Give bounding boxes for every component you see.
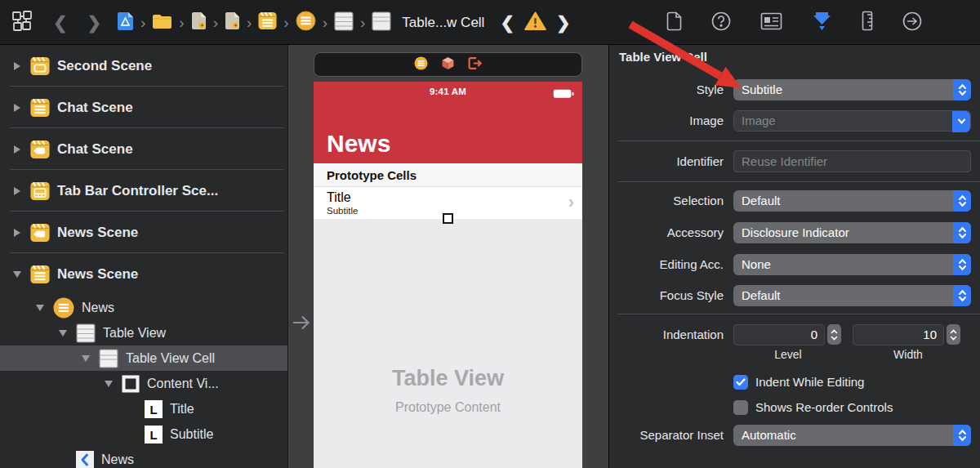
accessory-label: Accessory — [609, 225, 724, 239]
editing-accessory-row: Editing Acc. None — [609, 253, 980, 275]
disclosure-triangle-icon[interactable] — [11, 187, 23, 195]
separator-inset-row: Separator Inset Automatic — [609, 424, 980, 446]
prev-issue-chevron-icon[interactable]: ❮ — [500, 14, 514, 31]
storyboard-file-icon[interactable] — [225, 11, 240, 33]
view-controller-icon[interactable] — [296, 11, 316, 34]
cell-resize-handle[interactable] — [443, 213, 453, 224]
disclosure-triangle-icon[interactable] — [11, 229, 23, 237]
file-inspector-icon[interactable] — [666, 11, 682, 34]
table-view-cell-icon[interactable] — [372, 11, 391, 34]
sidebar-item-title-label[interactable]: L Title — [0, 396, 287, 421]
inspector-separator — [617, 314, 980, 314]
sidebar-item-label: Second Scene — [57, 58, 152, 74]
next-issue-chevron-icon[interactable]: ❯ — [556, 14, 571, 31]
sidebar-item-label: Content Vi... — [147, 377, 219, 391]
svg-text:L: L — [149, 427, 157, 441]
style-row: Style Subtitle — [609, 78, 980, 100]
image-combo[interactable] — [733, 110, 971, 131]
table-view-icon[interactable] — [334, 11, 354, 34]
sidebar-item-navigation-item-news[interactable]: News — [0, 447, 287, 468]
warning-triangle-icon[interactable] — [524, 11, 546, 34]
focus-style-popup[interactable]: Default — [733, 285, 971, 306]
inspector-separator — [617, 181, 980, 182]
disclosure-triangle-icon[interactable] — [80, 355, 91, 362]
exit-segue-icon[interactable] — [468, 56, 482, 74]
accessory-popup[interactable]: Disclosure Indicator — [733, 222, 971, 243]
image-row: Image — [609, 109, 980, 131]
related-items-icon[interactable] — [11, 10, 33, 35]
disclosure-triangle-icon[interactable] — [34, 305, 46, 311]
breadcrumb-current-item[interactable]: Table...w Cell — [402, 15, 484, 31]
view-controller-dock-icon[interactable] — [414, 56, 428, 74]
sidebar-item-chat-scene-2[interactable]: Chat Scene — [0, 128, 287, 170]
attributes-inspector-icon[interactable] — [812, 11, 832, 35]
indentation-row: Indentation — [609, 323, 980, 345]
navigation-bar[interactable]: 9:41 AM News — [314, 82, 582, 163]
cell-title-label[interactable]: Title — [327, 190, 351, 205]
cell-subtitle-label[interactable]: Subtitle — [327, 206, 358, 216]
sidebar-item-news-view-controller[interactable]: News — [0, 295, 287, 320]
sidebar-item-tab-bar-controller-scene[interactable]: Tab Bar Controller Sce... — [0, 170, 287, 212]
sidebar-item-label: Table View — [103, 326, 166, 341]
disclosure-triangle-icon[interactable] — [103, 381, 114, 387]
image-label: Image — [609, 114, 724, 127]
sidebar-item-news-scene-1[interactable]: News Scene — [0, 212, 287, 253]
style-popup[interactable]: Subtitle — [733, 79, 971, 100]
storyboard-file-icon[interactable] — [191, 11, 207, 33]
storyboard-doc-icon[interactable] — [117, 11, 134, 34]
scene-icon[interactable] — [258, 12, 277, 33]
sidebar-item-table-view-cell[interactable]: Table View Cell — [0, 345, 287, 371]
shows-reorder-label: Shows Re-order Controls — [755, 400, 893, 414]
identity-inspector-icon[interactable] — [760, 12, 782, 33]
identifier-input[interactable] — [733, 150, 971, 172]
indentation-level-field[interactable] — [733, 324, 825, 345]
sidebar-item-second-scene[interactable]: Second Scene — [0, 45, 287, 87]
size-inspector-icon[interactable] — [862, 11, 873, 34]
sidebar-item-table-view[interactable]: Table View — [0, 320, 287, 345]
sidebar-item-label: News Scene — [57, 266, 138, 283]
separator-inset-popup[interactable]: Automatic — [733, 425, 971, 446]
shows-reorder-checkbox[interactable] — [733, 400, 748, 415]
disclosure-triangle-icon[interactable] — [11, 271, 23, 278]
editing-accessory-popup[interactable]: None — [733, 254, 971, 275]
battery-icon — [553, 87, 574, 102]
sidebar-item-label: Subtitle — [170, 427, 213, 442]
indent-while-editing-checkbox[interactable] — [733, 375, 748, 390]
table-view-body[interactable]: Table View Prototype Content — [314, 219, 582, 468]
image-input[interactable] — [734, 114, 970, 127]
prototype-cells-label: Prototype Cells — [327, 168, 416, 182]
sidebar-item-news-scene-2[interactable]: News Scene — [0, 253, 287, 295]
breadcrumb-separator-icon: › — [178, 15, 185, 30]
first-responder-cube-icon[interactable] — [441, 56, 455, 74]
outline-toggle-arrow-icon[interactable] — [291, 312, 312, 337]
accessory-row: Accessory Disclosure Indicator — [609, 221, 980, 243]
disclosure-triangle-icon[interactable] — [11, 62, 23, 70]
sidebar-item-label: Chat Scene — [57, 141, 133, 158]
width-stepper[interactable] — [947, 324, 960, 345]
navigation-item-icon — [76, 451, 94, 468]
sidebar-item-subtitle-label[interactable]: L Subtitle — [0, 421, 287, 447]
separator-inset-label: Separator Inset — [609, 428, 724, 442]
disclosure-triangle-icon[interactable] — [57, 330, 69, 337]
disclosure-triangle-icon[interactable] — [11, 104, 23, 112]
folder-icon[interactable] — [152, 13, 172, 33]
back-chevron-icon[interactable]: ❮ — [53, 14, 68, 31]
breadcrumb-separator-icon: › — [283, 15, 289, 30]
disclosure-triangle-icon[interactable] — [11, 145, 23, 154]
indentation-width-field[interactable] — [853, 324, 944, 345]
selection-popup[interactable]: Default — [733, 190, 971, 212]
sidebar-item-label: News — [82, 301, 114, 315]
sidebar-item-content-view[interactable]: Content Vi... — [0, 371, 287, 396]
forward-chevron-icon[interactable]: ❯ — [87, 14, 102, 31]
navigation-bar-title[interactable]: News — [327, 130, 390, 158]
scene-icon — [30, 57, 50, 75]
level-stepper[interactable] — [827, 324, 841, 345]
document-outline: Second Scene Chat Scene Chat Scene Tab B… — [0, 45, 287, 468]
sidebar-item-label: Tab Bar Controller Sce... — [57, 183, 218, 199]
quick-help-icon[interactable] — [711, 11, 731, 34]
scene-icon — [30, 224, 50, 242]
view-controller-preview[interactable]: 9:41 AM News Prototype Cells Title Subti… — [314, 82, 582, 468]
sidebar-item-chat-scene-1[interactable]: Chat Scene — [0, 87, 287, 128]
connections-inspector-icon[interactable] — [902, 11, 922, 34]
table-view-placeholder-subtitle: Prototype Content — [395, 400, 501, 415]
